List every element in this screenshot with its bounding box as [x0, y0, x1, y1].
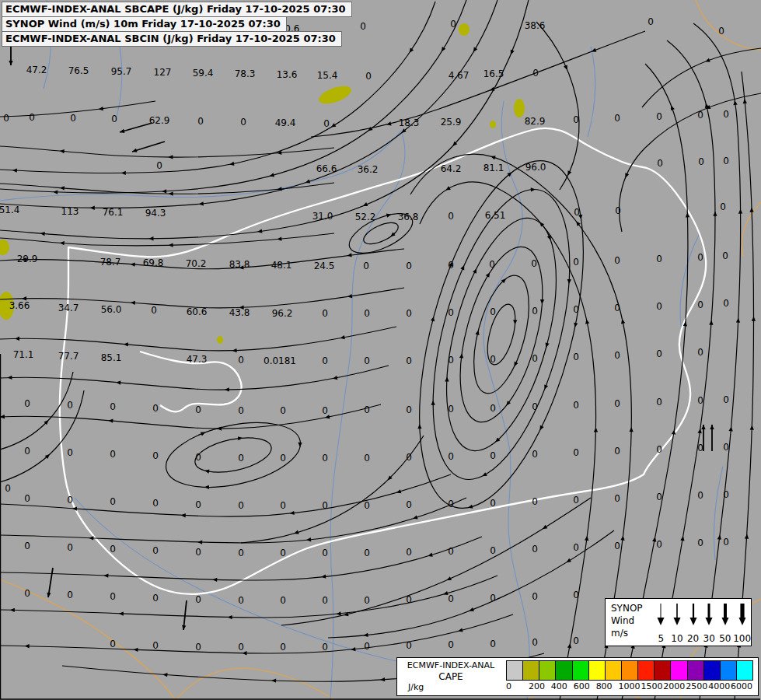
- station-value: 0: [238, 453, 244, 463]
- wind-legend-arrows: 510203050100: [653, 599, 751, 646]
- station-value: 0: [280, 596, 286, 605]
- station-value: 0: [238, 596, 244, 605]
- station-value: 78.7: [100, 257, 121, 267]
- station-value: 0: [110, 544, 116, 554]
- station-value: 0: [364, 356, 370, 366]
- station-value: 0: [573, 495, 579, 505]
- station-value: 0: [364, 642, 370, 651]
- cape-tick-label: 2000: [663, 681, 686, 691]
- wind-legend-title: SYNOP: [611, 602, 653, 614]
- station-value: 127: [154, 68, 172, 77]
- station-value: 0: [364, 596, 370, 605]
- station-value: 0: [448, 640, 454, 649]
- station-value: 0: [448, 261, 454, 270]
- station-value: 0: [322, 406, 328, 415]
- station-value: 52.2: [355, 212, 376, 222]
- station-value: 31.0: [312, 212, 333, 221]
- station-value: 0: [448, 547, 454, 556]
- station-value: 0: [718, 26, 724, 36]
- cape-color-cell: [721, 661, 737, 680]
- station-value: 0: [280, 501, 286, 510]
- station-value: 70.2: [186, 259, 207, 268]
- station-value: 0: [110, 450, 116, 459]
- station-value: 0: [110, 592, 116, 601]
- station-value: 0: [656, 349, 662, 359]
- station-value: 0: [5, 484, 11, 493]
- cape-color-cell: [523, 661, 539, 680]
- station-value: 0: [195, 595, 201, 604]
- station-value: 0: [532, 306, 538, 316]
- wind-arrow-icon: [735, 601, 749, 626]
- station-value: 0: [322, 356, 328, 366]
- station-value: 0: [656, 254, 662, 264]
- station-value: 0: [406, 453, 412, 462]
- station-value: 0: [697, 300, 703, 310]
- station-value: 0: [110, 402, 116, 411]
- station-value: 94.3: [145, 208, 166, 218]
- station-value: 0: [573, 352, 579, 362]
- station-value: 0: [614, 114, 620, 123]
- cape-tick-label: 600: [574, 681, 596, 691]
- station-value: 0: [24, 446, 30, 456]
- station-value: 85.1: [101, 353, 122, 362]
- station-value: 0: [723, 443, 729, 452]
- station-value: 0: [723, 156, 729, 166]
- station-value: 47.3: [187, 355, 208, 364]
- cape-tick-label: 1000: [619, 681, 641, 691]
- station-value: 0: [152, 451, 159, 460]
- station-value: 0: [614, 303, 620, 313]
- station-value: 0: [67, 543, 73, 552]
- station-value: 0: [697, 396, 703, 405]
- station-value: 0: [323, 119, 330, 128]
- station-value: 0: [697, 538, 703, 548]
- wind-legend-entry: 20: [685, 599, 701, 646]
- wind-arrow-icon: [702, 601, 716, 626]
- wind-arrow-icon: [718, 601, 732, 626]
- station-value: 77.7: [58, 352, 79, 361]
- station-value: 0: [3, 114, 9, 123]
- station-value: 13.6: [277, 70, 298, 79]
- station-value: 0: [697, 491, 703, 500]
- cape-color-cell: [671, 661, 687, 680]
- station-value: 0: [614, 494, 620, 503]
- wind-legend-entry: 5: [653, 599, 669, 646]
- station-value: 49.4: [275, 118, 296, 128]
- station-value: 0: [532, 592, 538, 601]
- station-value: 0: [489, 260, 495, 269]
- station-value: 0: [723, 299, 729, 308]
- station-value: 0: [24, 541, 30, 551]
- station-value: 0: [406, 595, 412, 604]
- wind-speed-label: 5: [658, 633, 664, 644]
- station-value: 0: [67, 590, 73, 600]
- station-value: 0: [723, 395, 729, 404]
- station-value: 0: [280, 548, 286, 558]
- station-value: 0: [615, 206, 621, 215]
- station-value: 0: [322, 453, 328, 463]
- station-value: 0: [24, 494, 30, 503]
- station-value: 0: [448, 499, 454, 509]
- station-value: 0: [573, 636, 579, 646]
- station-value: 0: [322, 501, 328, 510]
- wind-speed-label: 10: [671, 633, 682, 644]
- cape-color-cell: [556, 661, 572, 680]
- station-value: 0: [238, 548, 244, 558]
- station-value: 0: [238, 406, 244, 415]
- cape-color-cell: [606, 661, 622, 680]
- cape-color-cells: [506, 660, 753, 681]
- title-sbcin: ECMWF-INDEX-ANAL SBCIN (J/kg) Friday 17-…: [2, 31, 342, 47]
- wind-legend: SYNOP Wind m/s 510203050100: [605, 598, 752, 646]
- station-value: 0: [648, 17, 654, 26]
- station-value: 0: [363, 261, 369, 271]
- station-value: 0: [322, 309, 328, 318]
- station-value: 0: [614, 399, 620, 408]
- station-value: 81.1: [483, 163, 504, 173]
- wind-speed-label: 100: [733, 633, 751, 644]
- station-value: 0: [70, 114, 76, 123]
- station-value: 0: [532, 544, 538, 554]
- station-value: 36.8: [398, 212, 419, 222]
- station-value: 60.6: [187, 307, 208, 317]
- station-value: 0: [698, 157, 704, 166]
- cape-colorbar: 0200400600800100015002000250040006000: [504, 658, 758, 695]
- station-value: 0: [152, 499, 159, 508]
- station-value: 34.7: [58, 303, 79, 313]
